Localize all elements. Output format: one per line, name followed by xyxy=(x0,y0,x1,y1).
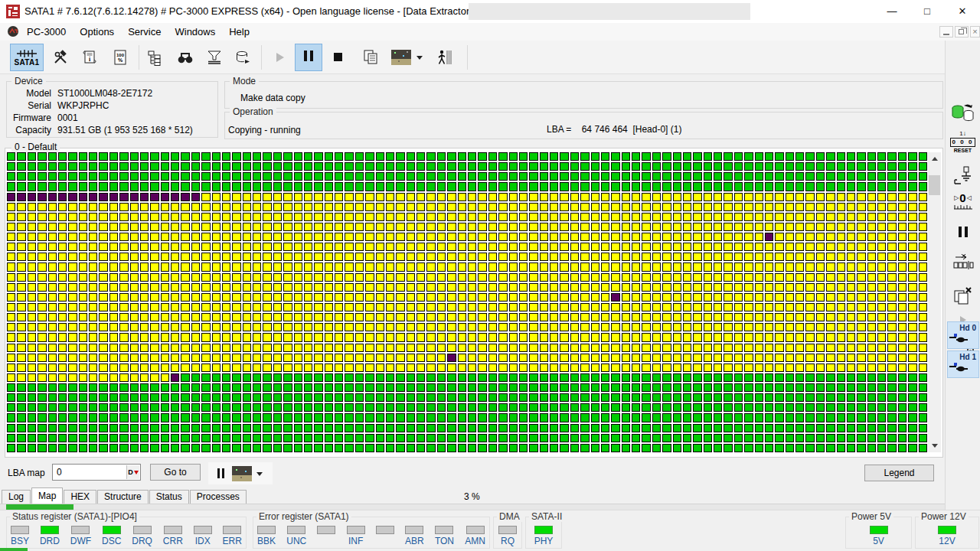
sector-cell-yellow[interactable] xyxy=(150,253,158,261)
sector-cell-green[interactable] xyxy=(887,424,896,432)
sector-cell-green[interactable] xyxy=(365,413,374,422)
sector-cell-green[interactable] xyxy=(335,162,343,171)
sector-cell-yellow[interactable] xyxy=(734,354,743,362)
sector-cell-yellow[interactable] xyxy=(560,253,568,261)
sector-cell-yellow[interactable] xyxy=(837,273,845,282)
sector-cell-yellow[interactable] xyxy=(877,223,886,231)
sector-cell-yellow[interactable] xyxy=(365,262,374,271)
sector-cell-green[interactable] xyxy=(580,413,589,422)
sector-cell-yellow[interactable] xyxy=(232,283,240,292)
sector-cell-yellow[interactable] xyxy=(325,262,333,271)
task-tree-button[interactable] xyxy=(141,44,168,71)
sector-cell-yellow[interactable] xyxy=(837,313,845,321)
sector-cell-green[interactable] xyxy=(335,152,343,161)
map-view-dropdown[interactable] xyxy=(414,44,425,71)
sector-cell-yellow[interactable] xyxy=(744,344,753,352)
sector-cell-yellow[interactable] xyxy=(908,243,916,251)
sector-cell-yellow[interactable] xyxy=(130,223,139,231)
sector-cell-green[interactable] xyxy=(109,383,118,392)
sector-cell-green[interactable] xyxy=(161,162,169,171)
sector-cell-yellow[interactable] xyxy=(867,193,876,201)
sector-cell-yellow[interactable] xyxy=(591,364,599,372)
sector-cell-green[interactable] xyxy=(877,152,886,161)
sector-cell-yellow[interactable] xyxy=(632,323,640,331)
sector-cell-yellow[interactable] xyxy=(437,193,446,201)
sector-cell-green[interactable] xyxy=(437,444,446,452)
sector-cell-yellow[interactable] xyxy=(857,273,865,282)
sector-cell-yellow[interactable] xyxy=(17,223,25,231)
sector-cell-yellow[interactable] xyxy=(263,313,271,321)
sector-cell-green[interactable] xyxy=(119,434,128,442)
sector-cell-green[interactable] xyxy=(243,393,251,402)
sector-cell-green[interactable] xyxy=(325,434,333,442)
sector-cell-green[interactable] xyxy=(161,393,169,402)
sector-cell-yellow[interactable] xyxy=(765,243,773,251)
sector-cell-yellow[interactable] xyxy=(232,364,240,372)
sector-cell-green[interactable] xyxy=(560,373,568,382)
sector-cell-green[interactable] xyxy=(407,413,415,422)
sector-cell-yellow[interactable] xyxy=(498,233,507,241)
sector-cell-green[interactable] xyxy=(89,434,97,442)
sector-cell-yellow[interactable] xyxy=(232,193,240,201)
sector-cell-yellow[interactable] xyxy=(765,344,773,352)
sector-cell-yellow[interactable] xyxy=(540,243,548,251)
sector-cell-yellow[interactable] xyxy=(99,213,107,221)
sector-cell-yellow[interactable] xyxy=(550,283,558,292)
sector-cell-yellow[interactable] xyxy=(560,344,568,352)
sector-cell-yellow[interactable] xyxy=(130,293,139,302)
sector-cell-green[interactable] xyxy=(58,152,67,161)
sector-cell-yellow[interactable] xyxy=(89,323,97,331)
sector-cell-yellow[interactable] xyxy=(795,233,804,241)
sector-cell-green[interactable] xyxy=(662,152,671,161)
sector-cell-yellow[interactable] xyxy=(109,303,118,311)
sector-cell-green[interactable] xyxy=(805,162,814,171)
sector-cell-yellow[interactable] xyxy=(560,364,568,372)
sector-cell-yellow[interactable] xyxy=(601,193,609,201)
sector-cell-yellow[interactable] xyxy=(232,303,240,311)
sector-cell-green[interactable] xyxy=(263,172,271,181)
sector-cell-green[interactable] xyxy=(857,424,865,432)
sector-cell-yellow[interactable] xyxy=(150,373,158,382)
sector-cell-yellow[interactable] xyxy=(673,273,681,282)
sector-cell-green[interactable] xyxy=(376,373,384,382)
sector-cell-green[interactable] xyxy=(877,182,886,191)
sector-cell-yellow[interactable] xyxy=(857,323,865,331)
sector-cell-green[interactable] xyxy=(632,393,640,402)
sector-cell-green[interactable] xyxy=(786,434,794,442)
sector-cell-green[interactable] xyxy=(38,172,46,181)
sector-cell-yellow[interactable] xyxy=(898,293,906,302)
sector-cell-yellow[interactable] xyxy=(119,364,128,372)
head-0-button[interactable]: Hd 0 xyxy=(947,321,979,349)
sector-cell-yellow[interactable] xyxy=(795,193,804,201)
sector-cell-green[interactable] xyxy=(908,434,916,442)
sector-cell-yellow[interactable] xyxy=(130,233,139,241)
sector-cell-green[interactable] xyxy=(580,373,589,382)
sector-cell-green[interactable] xyxy=(478,162,486,171)
sector-cell-yellow[interactable] xyxy=(68,373,77,382)
sector-cell-yellow[interactable] xyxy=(744,243,753,251)
sector-cell-yellow[interactable] xyxy=(580,223,589,231)
sector-cell-yellow[interactable] xyxy=(611,223,619,231)
sector-cell-yellow[interactable] xyxy=(253,203,261,211)
sector-cell-yellow[interactable] xyxy=(191,303,200,311)
sector-cell-yellow[interactable] xyxy=(345,333,353,341)
sector-cell-yellow[interactable] xyxy=(652,293,661,302)
sector-cell-yellow[interactable] xyxy=(795,283,804,292)
sector-cell-green[interactable] xyxy=(724,373,732,382)
sector-cell-yellow[interactable] xyxy=(786,283,794,292)
sector-cell-green[interactable] xyxy=(662,403,671,412)
sector-cell-yellow[interactable] xyxy=(407,313,415,321)
sector-cell-green[interactable] xyxy=(212,162,220,171)
sector-cell-yellow[interactable] xyxy=(201,203,210,211)
sector-cell-yellow[interactable] xyxy=(509,293,518,302)
sector-cell-yellow[interactable] xyxy=(365,364,374,372)
sector-cell-yellow[interactable] xyxy=(79,303,87,311)
sector-cell-yellow[interactable] xyxy=(325,203,333,211)
sector-cell-yellow[interactable] xyxy=(887,303,896,311)
sector-cell-yellow[interactable] xyxy=(232,203,240,211)
sector-cell-yellow[interactable] xyxy=(365,233,374,241)
sector-cell-purple[interactable] xyxy=(28,193,36,201)
sector-cell-yellow[interactable] xyxy=(632,364,640,372)
sector-cell-yellow[interactable] xyxy=(243,283,251,292)
sector-cell-yellow[interactable] xyxy=(253,313,261,321)
